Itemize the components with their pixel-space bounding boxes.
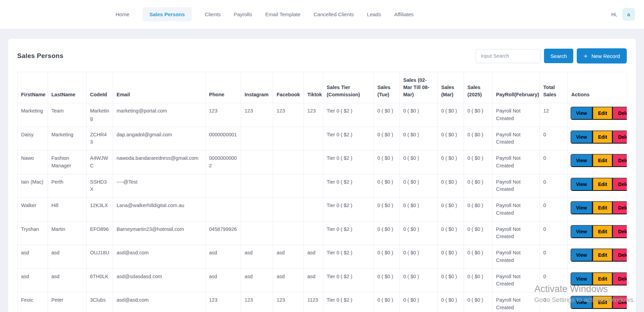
edit-button[interactable]: Edit: [593, 201, 613, 214]
sales-02mar-cell: 0 ( $0 ): [400, 245, 438, 269]
table-row: DaisyMarketingZCHR43dap.angadol@gmail.co…: [18, 127, 627, 150]
delete-button[interactable]: Delete: [613, 296, 627, 309]
sales-2025-cell: 0 ( $0 ): [464, 150, 493, 174]
view-button[interactable]: View: [571, 248, 593, 262]
search-button[interactable]: Search: [544, 49, 574, 63]
edit-button[interactable]: Edit: [593, 107, 613, 120]
payroll-cell: Payroll Not Created: [493, 292, 540, 312]
sales-tue-cell: 0 ( $0 ): [374, 292, 400, 312]
last-name-cell: Marketing: [48, 127, 87, 150]
sales-02mar-cell: 0 ( $0 ): [400, 150, 438, 174]
new-record-button[interactable]: + New Record: [577, 48, 627, 64]
nav-item-leads[interactable]: Leads: [367, 7, 381, 21]
delete-button[interactable]: Delete: [613, 248, 627, 262]
view-button[interactable]: View: [571, 225, 593, 238]
edit-button[interactable]: Edit: [593, 272, 613, 285]
view-button[interactable]: View: [571, 178, 593, 191]
nav-item-clients[interactable]: Clients: [205, 7, 221, 21]
column-header-sales-tue: Sales (Tue): [374, 72, 400, 103]
code-id-cell: EFO896: [87, 221, 113, 245]
action-button-group: ViewEditDelete: [571, 154, 627, 167]
avatar[interactable]: a: [622, 8, 635, 21]
facebook-cell: [273, 198, 304, 222]
table-body: MarketingTeamMarketingmarketing@portal.c…: [18, 103, 627, 312]
view-button[interactable]: View: [571, 154, 593, 167]
total-sales-cell: 0: [540, 221, 568, 245]
first-name-cell: Iain (Mac): [18, 174, 48, 198]
tiktok-cell: 1123: [304, 292, 323, 312]
instagram-cell: asd: [241, 245, 273, 269]
phone-cell: asd: [206, 245, 241, 269]
phone-cell: [206, 174, 241, 198]
instagram-cell: [241, 150, 273, 174]
tiktok-cell: [304, 221, 323, 245]
table-row: Iain (Mac)PerthSSHD3X----@TestTier 0 ( $…: [18, 174, 627, 198]
nav-item-email-template[interactable]: Email Template: [265, 7, 300, 21]
nav-item-affiliates[interactable]: Affiliates: [394, 7, 414, 21]
actions-cell: ViewEditDelete: [568, 245, 627, 269]
sales-tier-cell: Tier 0 ( $2 ): [323, 198, 374, 222]
code-id-cell: ZCHR43: [87, 127, 113, 150]
instagram-cell: [241, 127, 273, 150]
column-header-sales-02-mar-till-08-mar: Sales (02-Mar Till 08-Mar): [400, 72, 438, 103]
delete-button[interactable]: Delete: [613, 107, 627, 120]
email-cell: marketing@portal.com: [113, 103, 206, 127]
phone-cell: 0458799926: [206, 221, 241, 245]
phone-cell: asd: [206, 269, 241, 292]
view-button[interactable]: View: [571, 130, 593, 144]
email-cell: Barneymartin23@hotmail.com: [113, 221, 206, 245]
delete-button[interactable]: Delete: [613, 225, 627, 238]
payroll-cell: Payroll Not Created: [493, 103, 540, 127]
view-button[interactable]: View: [571, 296, 593, 309]
action-button-group: ViewEditDelete: [571, 178, 627, 191]
last-name-cell: Hill: [48, 198, 87, 222]
table-row: TryshanMartinEFO896Barneymartin23@hotmai…: [18, 221, 627, 245]
delete-button[interactable]: Delete: [613, 130, 627, 144]
total-sales-cell: 12: [540, 103, 568, 127]
edit-button[interactable]: Edit: [593, 296, 613, 309]
nav-item-home[interactable]: Home: [116, 7, 129, 21]
instagram-cell: 123: [241, 103, 273, 127]
sales-2025-cell: 0 ( $0 ): [464, 245, 493, 269]
delete-button[interactable]: Delete: [613, 178, 627, 191]
view-button[interactable]: View: [571, 272, 593, 285]
facebook-cell: [273, 127, 304, 150]
payroll-cell: Payroll Not Created: [493, 269, 540, 292]
delete-button[interactable]: Delete: [613, 272, 627, 285]
edit-button[interactable]: Edit: [593, 248, 613, 262]
last-name-cell: Team: [48, 103, 87, 127]
payroll-cell: Payroll Not Created: [493, 150, 540, 174]
sales-tier-cell: Tier 0 ( $2 ): [323, 221, 374, 245]
edit-button[interactable]: Edit: [593, 225, 613, 238]
delete-button[interactable]: Delete: [613, 201, 627, 214]
sales-02mar-cell: 0 ( $0 ): [400, 221, 438, 245]
total-sales-cell: 0: [540, 269, 568, 292]
table-row: WalkerHill12K3LXLana@walkerhilldigital.c…: [18, 198, 627, 222]
view-button[interactable]: View: [571, 107, 593, 120]
search-input[interactable]: [476, 49, 541, 63]
code-id-cell: A4WJWC: [87, 150, 113, 174]
facebook-cell: 123: [273, 292, 304, 312]
nav-item-sales-persons[interactable]: Sales Persons: [142, 7, 192, 21]
sales-2025-cell: 0 ( $0 ): [464, 198, 493, 222]
first-name-cell: Daisy: [18, 127, 48, 150]
code-id-cell: 12K3LX: [87, 198, 113, 222]
first-name-cell: Marketing: [18, 103, 48, 127]
action-button-group: ViewEditDelete: [571, 248, 627, 262]
actions-cell: ViewEditDelete: [568, 292, 627, 312]
email-cell: Lana@walkerhilldigital.com.au: [113, 198, 206, 222]
payroll-cell: Payroll Not Created: [493, 245, 540, 269]
nav-item-payrolls[interactable]: Payrolls: [234, 7, 252, 21]
table-row: FeoicPeter3Clubsasd@asd.com1231231231123…: [18, 292, 627, 312]
first-name-cell: asd: [18, 269, 48, 292]
view-button[interactable]: View: [571, 201, 593, 214]
sales-2025-cell: 0 ( $0 ): [464, 103, 493, 127]
nav-items: HomeSales PersonsClientsPayrollsEmail Te…: [116, 7, 414, 21]
edit-button[interactable]: Edit: [593, 130, 613, 144]
delete-button[interactable]: Delete: [613, 154, 627, 167]
edit-button[interactable]: Edit: [593, 178, 613, 191]
nav-item-cancelled-clients[interactable]: Cancelled Clients: [314, 7, 354, 21]
edit-button[interactable]: Edit: [593, 154, 613, 167]
sales-tue-cell: 0 ( $0 ): [374, 127, 400, 150]
code-id-cell: Marketing: [87, 103, 113, 127]
